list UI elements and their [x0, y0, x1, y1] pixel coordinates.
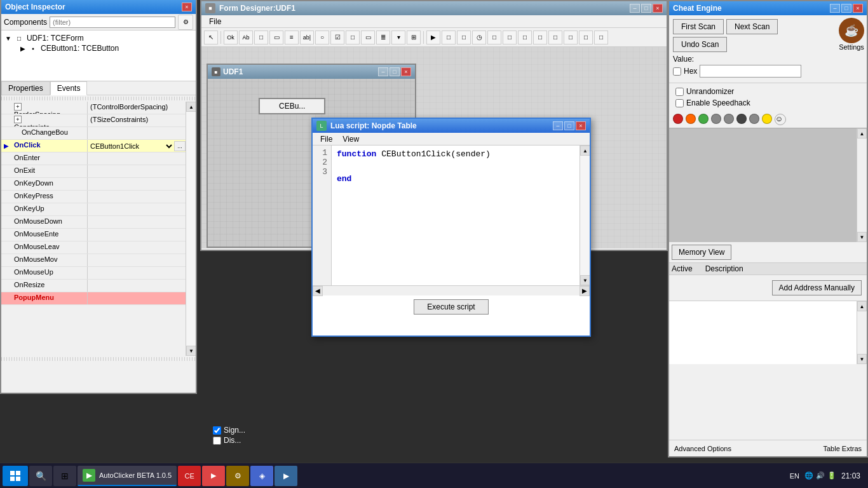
ce-scroll-track[interactable]	[857, 139, 867, 232]
addr-scroll-track[interactable]	[857, 311, 867, 354]
prop-row-onchangebou[interactable]: OnChangeBou	[1, 127, 186, 140]
menu-file[interactable]: File	[204, 16, 226, 27]
fd-img-btn[interactable]: ▭	[269, 30, 283, 44]
udf1-close[interactable]: ×	[401, 67, 411, 76]
ce-scrollbar-v[interactable]: ▲ ▼	[857, 128, 867, 242]
fd-rect-btn[interactable]: □	[254, 30, 268, 44]
lua-close-btn[interactable]: ×	[576, 121, 586, 130]
form-close-btn[interactable]: ×	[653, 4, 663, 13]
scroll-track[interactable]	[186, 112, 196, 346]
scroll-up-btn[interactable]: ▲	[186, 102, 196, 112]
udf1-minimize[interactable]: –	[378, 67, 388, 76]
prop-row-onkeyup[interactable]: OnKeyUp	[1, 203, 186, 216]
ce-maximize-btn[interactable]: □	[841, 4, 851, 13]
prop-row-borderspacing[interactable]: + BorderSpacing (TControlBorderSpacing)	[1, 102, 186, 114]
taskbar-search-btn[interactable]: 🔍	[29, 466, 52, 486]
close-button[interactable]: ×	[182, 3, 192, 11]
prop-row-onmouseup[interactable]: OnMouseUp	[1, 267, 186, 280]
scroll-down-btn[interactable]: ▼	[186, 346, 196, 356]
fd-arrow-btn[interactable]: ▶	[426, 30, 440, 44]
properties-grid[interactable]: + BorderSpacing (TControlBorderSpacing) …	[1, 102, 196, 356]
prop-expand-border[interactable]: +	[14, 103, 22, 111]
fd-tb2-btn[interactable]: □	[518, 30, 532, 44]
ce-scroll-up[interactable]: ▲	[857, 128, 867, 139]
sign-checkbox[interactable]	[213, 426, 221, 435]
props-scrollbar[interactable]: ▲ ▼	[186, 102, 196, 356]
hex-checkbox[interactable]	[673, 67, 681, 76]
fd-tb6-btn[interactable]: □	[579, 30, 593, 44]
dis-checkbox[interactable]	[213, 437, 221, 445]
prop-row-constraints[interactable]: + Constraints (TSizeConstraints)	[1, 114, 186, 127]
prop-row-onmousedown[interactable]: OnMouseDown	[1, 216, 186, 229]
prop-expand-constraints[interactable]: +	[14, 116, 22, 123]
fd-check-btn[interactable]: ☑	[330, 30, 344, 44]
component-tree[interactable]: ▼ □ UDF1: TCEForm ▶ ▪ CEButton1: TCEButt…	[1, 30, 196, 81]
lua-view-menu[interactable]: View	[337, 133, 364, 145]
prop-row-onkeypress[interactable]: OnKeyPress	[1, 191, 186, 203]
fd-group-btn[interactable]: ▭	[361, 30, 375, 44]
settings-area[interactable]: ☕ Settings	[839, 18, 864, 51]
memory-view-btn[interactable]: Memory View	[672, 245, 731, 260]
taskbar-app-autoclicker[interactable]: ▶ AutoClicker BETA 1.0.5	[78, 466, 177, 486]
ce-close-btn[interactable]: ×	[853, 4, 863, 13]
fd-tb7-btn[interactable]: □	[594, 30, 608, 44]
fd-tb3-btn[interactable]: □	[533, 30, 547, 44]
value-input-field[interactable]	[700, 65, 801, 78]
fd-tb4-btn[interactable]: □	[548, 30, 562, 44]
prop-row-onenter[interactable]: OnEnter	[1, 152, 186, 165]
fd-list-btn[interactable]: ≣	[376, 30, 390, 44]
taskbar-app2[interactable]: ▶	[202, 466, 225, 486]
udf1-button[interactable]: CEBu...	[259, 98, 325, 114]
udf1-maximize[interactable]: □	[390, 67, 400, 76]
lua-scrollbar-h[interactable]: ◀ ▶	[313, 285, 590, 295]
taskbar-ce-icon[interactable]: CE	[178, 466, 201, 486]
unrandomizer-checkbox[interactable]	[675, 88, 684, 96]
prop-row-onmousemov[interactable]: OnMouseMov	[1, 254, 186, 267]
lua-scroll-right[interactable]: ▶	[580, 286, 590, 296]
first-scan-btn[interactable]: First Scan	[673, 19, 724, 34]
add-address-btn[interactable]: Add Address Manually	[772, 280, 862, 295]
fd-ce-btn[interactable]: □	[442, 30, 456, 44]
addr-scrollbar[interactable]: ▲ ▼	[857, 301, 867, 364]
ce-minimize-btn[interactable]: –	[830, 4, 840, 13]
lua-scroll-up[interactable]: ▲	[580, 146, 590, 156]
onclick-ellipsis-btn[interactable]: ...	[174, 141, 186, 151]
fd-select-tool[interactable]: ↖	[204, 30, 218, 44]
addr-table-body[interactable]: ▲ ▼	[669, 301, 867, 364]
ce-scroll-down[interactable]: ▼	[857, 232, 867, 242]
form-maximize-btn[interactable]: □	[641, 4, 651, 13]
fd-ab-btn[interactable]: Ab	[239, 30, 253, 44]
prop-row-onmouseleav[interactable]: OnMouseLeav	[1, 241, 186, 254]
tree-item-udf1[interactable]: ▼ □ UDF1: TCEForm	[3, 33, 194, 43]
taskbar-app4[interactable]: ◈	[250, 466, 273, 486]
prop-row-onmouseente[interactable]: OnMouseEnte	[1, 229, 186, 241]
addr-scroll-down[interactable]: ▼	[857, 354, 867, 364]
prop-row-onkeydown[interactable]: OnKeyDown	[1, 178, 186, 191]
prop-row-onexit[interactable]: OnExit	[1, 165, 186, 178]
lua-scroll-down[interactable]: ▼	[580, 275, 590, 285]
speedhack-checkbox[interactable]	[675, 99, 684, 107]
lua-minimize-btn[interactable]: –	[553, 121, 563, 130]
fd-ok-btn[interactable]: Ok	[224, 30, 238, 44]
props-list[interactable]: + BorderSpacing (TControlBorderSpacing) …	[1, 102, 186, 356]
lua-code-area[interactable]: 1 2 3 function CEButton1Click(sender) en…	[313, 146, 590, 285]
fd-script-btn[interactable]: □	[457, 30, 471, 44]
lua-scrollbar-v[interactable]: ▲ ▼	[580, 146, 590, 285]
taskbar-app3[interactable]: ⚙	[226, 466, 249, 486]
fd-tb1-btn[interactable]: □	[503, 30, 517, 44]
fd-grid-btn[interactable]: ⊞	[407, 30, 421, 44]
lua-maximize-btn[interactable]: □	[564, 121, 574, 130]
start-button[interactable]	[3, 466, 28, 486]
fd-combo-btn[interactable]: ▾	[391, 30, 405, 44]
code-content[interactable]: function CEButton1Click(sender) end	[332, 146, 580, 285]
lua-scroll-left[interactable]: ◀	[313, 286, 323, 296]
fd-timer-btn[interactable]: ◷	[472, 30, 486, 44]
fd-memo-btn[interactable]: ≡	[285, 30, 299, 44]
tab-properties[interactable]: Properties	[1, 81, 50, 95]
filter-input[interactable]	[50, 17, 175, 28]
lua-file-menu[interactable]: File	[315, 133, 337, 145]
fd-tb5-btn[interactable]: □	[564, 30, 578, 44]
fd-radio-btn[interactable]: ○	[315, 30, 329, 44]
fd-progress-btn[interactable]: □	[487, 30, 501, 44]
taskbar-app5[interactable]: ▶	[275, 466, 297, 486]
